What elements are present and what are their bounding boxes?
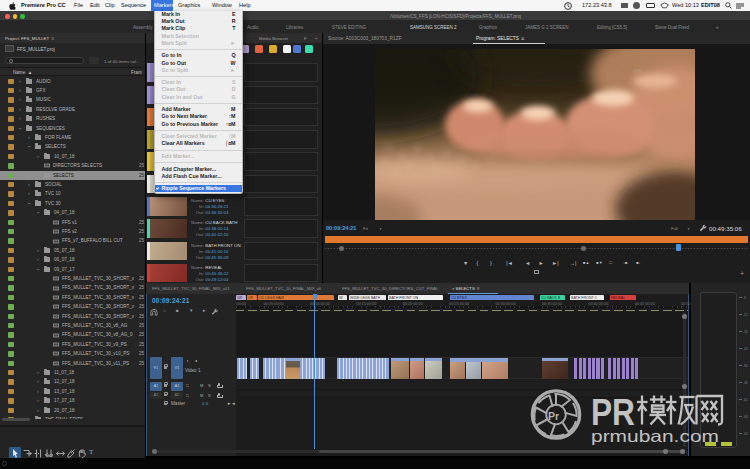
svg-text:prmuban.com: prmuban.com — [591, 427, 719, 445]
svg-text:APE: APE — [633, 69, 642, 74]
svg-text:Pr: Pr — [548, 410, 559, 422]
